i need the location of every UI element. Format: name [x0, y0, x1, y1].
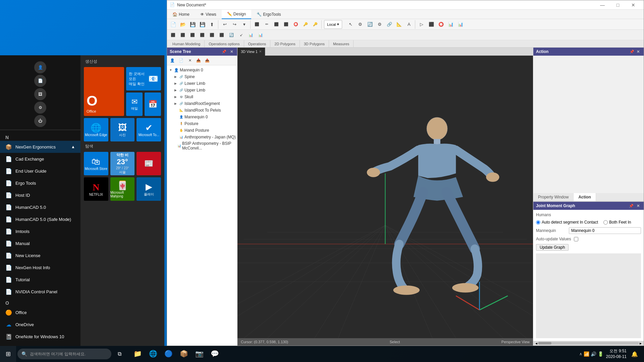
start-item-nvidia[interactable]: 📄 NVIDIA Control Panel [0, 286, 80, 298]
toolbar-btn-d1[interactable]: ▷ [417, 20, 426, 29]
joint-mannequin-input[interactable] [569, 227, 641, 234]
tree-item-posture[interactable]: ▶ 🧍 Posture [167, 120, 237, 127]
taskbar-app-edge[interactable]: 🌐 [146, 347, 160, 361]
tile-play[interactable]: ▶ 플레이 [137, 177, 161, 201]
toolbar-btn-c5[interactable]: 🔗 [385, 20, 394, 29]
islandroot-toggle[interactable]: ▶ [173, 101, 178, 106]
toolbar-btn-e6[interactable]: ⬛ [217, 31, 226, 39]
taskbar-clock[interactable]: 오전 9:51 2020-08-11 [606, 348, 627, 360]
subtoolbar-3d-polygons[interactable]: 3D Polygons [300, 40, 329, 48]
toolbar-btn-save[interactable]: 💾 [188, 20, 197, 29]
toolbar-btn-more[interactable]: ▾ [239, 20, 249, 29]
scene-panel-pin-btn[interactable]: 📌 [221, 49, 227, 55]
joint-radio-auto-input[interactable] [536, 220, 540, 225]
joint-scrollbar[interactable]: ◄ ► [533, 341, 644, 346]
toolbar-btn-undo[interactable]: ↩ [220, 20, 229, 29]
start-item-hostid[interactable]: 📄 Host ID [0, 189, 80, 201]
start-item-enduserguide[interactable]: 📄 End User Guide [0, 165, 80, 177]
toolbar-btn-b2[interactable]: ✏ [262, 20, 271, 29]
tree-item-islandroot[interactable]: ▶ 🔗 IslandRootSegment [167, 100, 237, 107]
action-tab-action[interactable]: Action [574, 193, 596, 201]
start-item-onedrive[interactable]: ☁ OneDrive [0, 318, 80, 330]
tree-item-handposture[interactable]: ▶ ✋ Hand Posture [167, 127, 237, 134]
tray-up-icon[interactable]: ∧ [579, 352, 582, 356]
toolbar-btn-e1[interactable]: ⬛ [168, 31, 178, 39]
toolbar-btn-e4[interactable]: ⬛ [198, 31, 207, 39]
tree-item-lowerlimb[interactable]: ▶ 🔗 Lower Limb [167, 80, 237, 87]
mannequin0-2-toggle[interactable]: ▶ [173, 115, 178, 119]
tree-item-spine[interactable]: ▶ 🔗 Spine [167, 73, 237, 80]
spine-toggle[interactable]: ▶ [173, 74, 178, 79]
toolbar-local-dropdown[interactable]: Local ▾ [324, 20, 342, 29]
view3d-tab-1[interactable]: 3D View 1 ✕ [237, 48, 265, 56]
taskbar-notification-btn[interactable]: 🔔 [629, 346, 640, 362]
close-button[interactable]: ✕ [626, 0, 641, 10]
start-item-newlicense[interactable]: 📄 New License [0, 249, 80, 261]
action-close-btn[interactable]: ✕ [635, 49, 641, 55]
taskbar-task-view-btn[interactable]: ⧉ [111, 346, 127, 362]
scroll-left-btn[interactable]: ◄ [535, 342, 538, 345]
maximize-button[interactable]: □ [610, 0, 626, 10]
action-tab-property[interactable]: Property Window [533, 193, 574, 201]
toolbar-btn-b1[interactable]: ⬛ [252, 20, 262, 29]
toolbar-btn-e7[interactable]: 🔄 [227, 31, 236, 39]
start-item-nexgen[interactable]: 📦 NexGen Ergonomics ▲ [0, 141, 80, 153]
start-item-office[interactable]: 🟠 Office [0, 306, 80, 318]
subtoolbar-operations-options[interactable]: Operations options [205, 40, 244, 48]
toolbar-btn-d5[interactable]: 📊 [456, 20, 465, 29]
toolbar-btn-e2[interactable]: ⬛ [178, 31, 187, 39]
tree-item-anthropometry-japan[interactable]: ▶ 📊 Anthropometry - Japan (MQ) [167, 134, 237, 140]
toolbar-btn-b6[interactable]: 🔑 [301, 20, 310, 29]
joint-autoupdate-checkbox[interactable] [574, 237, 578, 241]
toolbar-btn-e8[interactable]: ↙ [236, 31, 246, 39]
toolbar-btn-c1[interactable]: ↖ [346, 20, 355, 29]
sidebar-docs-icon[interactable]: 📄 [34, 75, 46, 87]
tile-calendar[interactable]: 📅 [145, 93, 161, 116]
tab-views[interactable]: 👁 Views [195, 10, 222, 19]
scene-toolbar-btn5[interactable]: 📤 [203, 57, 211, 64]
tile-news[interactable]: 📰 [137, 152, 161, 175]
toolbar-btn-c7[interactable]: A [404, 20, 414, 29]
subtoolbar-2d-polygons[interactable]: 2D Polygons [270, 40, 300, 48]
joint-radio-auto[interactable]: Auto detect segment In Contact [536, 220, 598, 225]
tile-mail[interactable]: ✉ 매일 [126, 93, 143, 116]
tray-network-icon[interactable]: 📶 [584, 351, 589, 357]
start-item-tutorial[interactable]: 📄 Tutorial [0, 274, 80, 286]
joint-radio-feet[interactable]: Both Feet In [603, 220, 631, 225]
minimize-button[interactable]: — [595, 0, 610, 10]
toolbar-btn-d4[interactable]: 📊 [446, 20, 455, 29]
toolbar-btn-e3[interactable]: ⬛ [188, 31, 197, 39]
tile-store[interactable]: 🛍 Microsoft Store [84, 152, 108, 175]
start-item-nexgenhostinfo[interactable]: 📄 NexGen Host Info [0, 261, 80, 274]
upperlimb-toggle[interactable]: ▶ [173, 88, 178, 93]
scene-panel-close-btn[interactable]: ✕ [228, 49, 234, 55]
toolbar-btn-c4[interactable]: ⚙ [375, 20, 384, 29]
joint-close-btn[interactable]: ✕ [635, 203, 641, 209]
start-item-onenote[interactable]: 📓 OneNote for Windows 10 [0, 330, 80, 343]
tile-photos[interactable]: 🖼 사진 [110, 118, 135, 141]
toolbar-btn-e10[interactable]: 📊 [256, 31, 265, 39]
scene-toolbar-btn3[interactable]: ✕ [186, 57, 194, 64]
sidebar-power-icon[interactable]: ⏻ [34, 115, 46, 127]
islandroot-pelvis-toggle[interactable]: ▶ [173, 108, 178, 113]
toolbar-btn-open[interactable]: 📂 [178, 20, 187, 29]
sidebar-user-icon[interactable]: 👤 [34, 61, 46, 73]
tree-item-skull[interactable]: ▶ 💀 Skull [167, 94, 237, 100]
view3d-tab-close[interactable]: ✕ [259, 50, 262, 53]
bsip-toggle[interactable]: ▶ [173, 143, 177, 148]
tile-netflix[interactable]: N NETFLIX [84, 177, 108, 201]
skull-toggle[interactable]: ▶ [173, 95, 178, 99]
sidebar-settings-icon[interactable]: ⚙ [34, 102, 46, 114]
toolbar-btn-saveas[interactable]: 💾 [198, 20, 207, 29]
tray-battery-icon[interactable]: 🔋 [598, 351, 603, 357]
toolbar-btn-c6[interactable]: 📐 [394, 20, 404, 29]
tab-home[interactable]: 🏠 Home [167, 10, 195, 19]
toolbar-btn-e5[interactable]: ⬛ [207, 31, 217, 39]
scene-toolbar-btn4[interactable]: 📥 [195, 57, 203, 64]
scroll-right-btn[interactable]: ► [639, 342, 642, 345]
tree-item-upperlimb[interactable]: ▶ 🔗 Upper Limb [167, 87, 237, 94]
toolbar-btn-d3[interactable]: ⭕ [436, 20, 446, 29]
sidebar-photos-icon[interactable]: 🖼 [34, 88, 46, 100]
joint-update-btn[interactable]: Update Graph [536, 244, 569, 251]
handposture-toggle[interactable]: ▶ [173, 128, 178, 133]
